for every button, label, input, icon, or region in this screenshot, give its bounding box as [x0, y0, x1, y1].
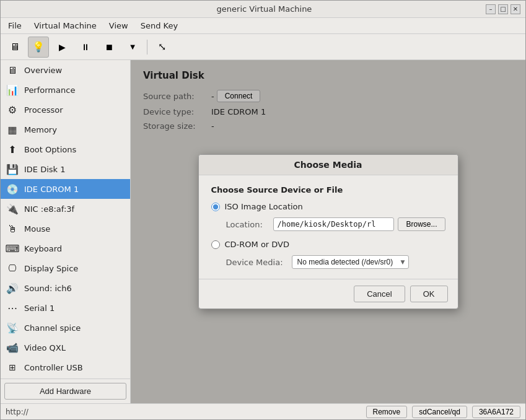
browse-button[interactable]: Browse... [398, 217, 445, 231]
disk-icon [6, 162, 19, 176]
window-title: generic Virtual Machine [43, 4, 486, 14]
serial-icon [6, 301, 19, 315]
usb-icon [6, 361, 19, 374]
remove-button[interactable]: Remove [366, 406, 408, 418]
sd-cancel-button[interactable]: sdCancel/qd [412, 406, 467, 418]
sidebar-item-performance[interactable]: Performance [1, 80, 130, 100]
sidebar-item-ide-disk[interactable]: IDE Disk 1 [1, 159, 130, 179]
modal-section-title: Choose Source Device or File [211, 185, 445, 195]
sidebar-item-nic[interactable]: NIC :e8:af:3f [1, 199, 130, 219]
toolbar-separator [147, 40, 147, 55]
sidebar-item-processor[interactable]: Processor [1, 100, 130, 120]
cdrom-radio-row: CD-ROM or DVD [211, 240, 445, 249]
resize-icon [158, 40, 166, 53]
sidebar-label-ide-disk: IDE Disk 1 [24, 165, 66, 174]
right-panel: Virtual Disk Source path: - Connect Devi… [131, 60, 525, 403]
sidebar-item-overview[interactable]: Overview [1, 60, 130, 80]
sidebar-item-video-qxl[interactable]: Video QXL [1, 338, 130, 357]
pause-icon [81, 40, 90, 53]
sidebar-label-overview: Overview [24, 66, 62, 75]
menu-file[interactable]: File [3, 20, 27, 32]
device-media-select-wrapper: No media detected (/dev/sr0) [292, 255, 409, 269]
chart-icon [6, 83, 19, 97]
toolbar-dropdown[interactable]: ▼ [122, 37, 143, 58]
stop-icon [105, 40, 113, 53]
sidebar-item-ide-cdrom[interactable]: IDE CDROM 1 [1, 179, 130, 199]
statusbar: http:// Remove sdCancel/qd 36A6A172 [1, 403, 525, 419]
sidebar-item-memory[interactable]: Memory [1, 120, 130, 139]
location-input[interactable] [273, 217, 395, 231]
sound-icon [6, 281, 19, 295]
keyboard-icon [6, 242, 19, 255]
sidebar-item-keyboard[interactable]: Keyboard [1, 238, 130, 258]
device-media-label: Device Media: [226, 258, 288, 267]
modal-title: Choose Media [199, 155, 458, 175]
toolbar-play-button[interactable] [51, 37, 72, 58]
sidebar-label-controller-usb: Controller USB [24, 363, 83, 372]
sidebar-label-serial: Serial 1 [24, 304, 55, 313]
toolbar: ▼ [1, 34, 525, 60]
sidebar-label-display-spice: Display Spice [24, 264, 78, 273]
boot-icon [6, 142, 19, 156]
menu-virtual-machine[interactable]: Virtual Machine [29, 20, 102, 32]
apply-button[interactable]: 36A6A172 [472, 406, 520, 418]
sidebar-label-video-qxl: Video QXL [24, 343, 66, 352]
sidebar-label-boot-options: Boot Options [24, 145, 76, 154]
menu-send-key[interactable]: Send Key [136, 20, 183, 32]
sidebar-label-ide-cdrom: IDE CDROM 1 [24, 185, 79, 194]
choose-media-modal: Choose Media Choose Source Device or Fil… [198, 154, 458, 309]
modal-body: Choose Source Device or File ISO Image L… [199, 175, 458, 279]
location-label: Location: [226, 220, 270, 229]
device-media-select[interactable]: No media detected (/dev/sr0) [292, 255, 409, 269]
toolbar-pause-button[interactable] [75, 37, 96, 58]
sidebar-label-sound: Sound: ich6 [24, 284, 72, 293]
minimize-button[interactable]: – [486, 4, 496, 14]
video-icon [6, 341, 19, 354]
sidebar-item-sound[interactable]: Sound: ich6 [1, 278, 130, 298]
sidebar-item-boot-options[interactable]: Boot Options [1, 139, 130, 159]
close-button[interactable]: ✕ [511, 4, 520, 14]
ok-button[interactable]: OK [410, 286, 448, 302]
status-url: http:// [6, 408, 361, 416]
modal-overlay: Choose Media Choose Source Device or Fil… [131, 60, 525, 403]
sidebar-list: Overview Performance Processor Memory Bo… [1, 60, 130, 378]
cpu-icon [6, 103, 19, 116]
sidebar-label-mouse: Mouse [24, 224, 50, 234]
toolbar-stop-button[interactable] [99, 37, 120, 58]
mouse-icon [6, 222, 19, 235]
main-content: Overview Performance Processor Memory Bo… [1, 60, 525, 403]
add-hardware-button[interactable]: Add Hardware [4, 383, 126, 400]
bulb-icon [32, 40, 45, 53]
sidebar-label-nic: NIC :e8:af:3f [24, 204, 74, 214]
location-row: Location: Browse... [226, 217, 445, 231]
device-media-row: Device Media: No media detected (/dev/sr… [226, 255, 445, 269]
menu-view[interactable]: View [104, 20, 133, 32]
maximize-button[interactable]: □ [498, 4, 508, 14]
sidebar-item-display-spice[interactable]: Display Spice [1, 258, 130, 278]
sidebar-item-serial[interactable]: Serial 1 [1, 298, 130, 318]
channel-icon [6, 321, 19, 335]
cdrom-icon [6, 182, 19, 196]
toolbar-fullscreen-button[interactable] [151, 37, 172, 58]
screen-icon [10, 40, 20, 53]
play-icon [59, 40, 66, 53]
toolbar-bulb-button[interactable] [28, 37, 49, 58]
titlebar: generic Virtual Machine – □ ✕ [1, 1, 525, 18]
sidebar-label-keyboard: Keyboard [24, 244, 62, 253]
toolbar-screen-button[interactable] [4, 37, 25, 58]
monitor-icon [6, 63, 19, 77]
iso-radio[interactable] [211, 203, 220, 211]
nic-icon [6, 202, 19, 216]
sidebar-footer: Add Hardware [1, 378, 130, 403]
sidebar-item-mouse[interactable]: Mouse [1, 219, 130, 238]
window-controls: – □ ✕ [486, 4, 520, 14]
cdrom-radio-label[interactable]: CD-ROM or DVD [225, 240, 290, 249]
cancel-button[interactable]: Cancel [354, 286, 405, 302]
sidebar-label-performance: Performance [24, 85, 75, 95]
sidebar-label-channel-spice: Channel spice [24, 323, 81, 333]
iso-radio-label[interactable]: ISO Image Location [225, 202, 303, 211]
cdrom-radio[interactable] [211, 240, 220, 249]
sidebar-label-memory: Memory [24, 125, 57, 134]
sidebar-item-controller-usb[interactable]: Controller USB [1, 357, 130, 377]
sidebar-item-channel-spice[interactable]: Channel spice [1, 318, 130, 338]
